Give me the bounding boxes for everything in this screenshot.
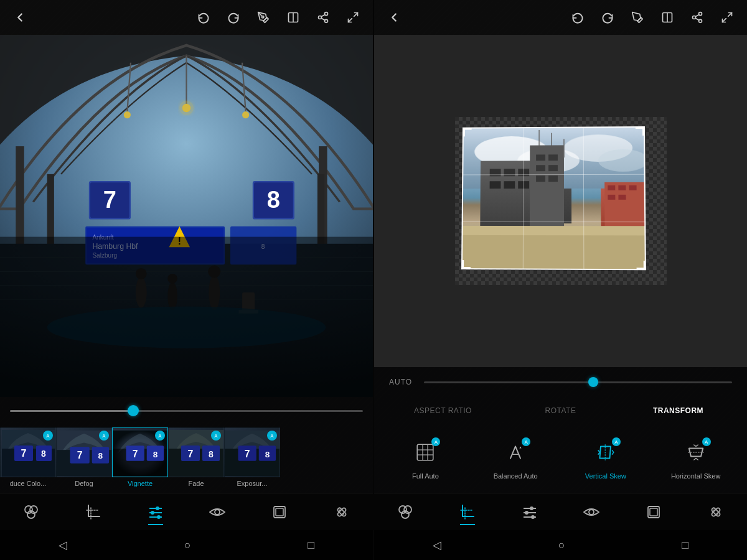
svg-point-92 (215, 510, 220, 515)
svg-line-8 (354, 13, 358, 17)
right-redo-button[interactable] (599, 9, 616, 26)
station-arch-svg: 7 8 Ankunft Hamburg Hbf Salzburg 8 ! (0, 35, 373, 397)
thumb-vignette-badge: A (155, 431, 165, 441)
transform-tool-balanced-auto[interactable]: A Balanced Auto (491, 437, 540, 480)
right-panel: AUTO ASPECT RATIO ROTATE TRANSFORM A Ful (374, 0, 747, 560)
building-photo (461, 126, 646, 270)
vertical-skew-label: Vertical Skew (585, 472, 626, 480)
svg-point-19 (124, 111, 131, 118)
svg-text:8: 8 (265, 450, 270, 459)
left-brush-button[interactable] (255, 9, 272, 26)
right-top-bar-left (385, 9, 403, 26)
left-tool-bandaid[interactable] (329, 502, 355, 523)
left-tool-crop[interactable] (80, 502, 106, 523)
thumb-fade[interactable]: 7 8 A Fade (168, 427, 224, 490)
right-share-button[interactable] (688, 9, 706, 26)
svg-point-51 (47, 307, 326, 348)
svg-rect-124 (548, 165, 558, 171)
right-tool-crop[interactable] (454, 502, 481, 523)
thumb-reduce-color[interactable]: 7 8 A duce Colo... (0, 427, 56, 490)
left-tool-eye[interactable] (204, 502, 230, 523)
svg-rect-123 (536, 165, 545, 171)
left-slider-thumb[interactable] (128, 405, 139, 416)
svg-text:8: 8 (98, 451, 103, 460)
left-fullscreen-button[interactable] (344, 9, 362, 26)
transform-image (461, 126, 646, 270)
svg-rect-135 (629, 185, 636, 190)
svg-rect-120 (529, 145, 563, 238)
svg-rect-117 (489, 181, 500, 189)
horizontal-skew-label: Horizontal Skew (671, 472, 720, 480)
svg-point-161 (717, 513, 718, 514)
left-thumbnail-strip: 7 8 A duce Colo... 7 8 A (0, 424, 373, 493)
right-tool-circles[interactable] (392, 502, 418, 523)
svg-text:7: 7 (245, 449, 250, 459)
svg-line-6 (321, 18, 325, 20)
svg-rect-121 (536, 154, 545, 161)
tab-aspect-ratio[interactable]: ASPECT RATIO (384, 401, 502, 420)
right-nav-home[interactable]: ○ (546, 534, 578, 557)
thumb-exposure[interactable]: 7 8 A Exposur... (224, 427, 280, 490)
thumb-vignette[interactable]: 7 8 A Vignette (112, 427, 168, 490)
left-nav-recents[interactable]: □ (295, 534, 327, 557)
svg-text:7: 7 (21, 448, 26, 459)
svg-rect-115 (504, 169, 515, 176)
tab-rotate[interactable]: ROTATE (502, 401, 619, 420)
right-tool-sliders[interactable] (517, 502, 543, 523)
left-compare-button[interactable] (284, 9, 302, 26)
svg-line-9 (349, 19, 352, 22)
tab-transform[interactable]: TRANSFORM (619, 401, 737, 420)
transform-tool-horizontal-skew[interactable]: A Horizontal Skew (671, 437, 721, 480)
left-redo-button[interactable] (225, 9, 242, 26)
left-nav-back[interactable]: ◁ (46, 533, 80, 557)
balanced-auto-icon: A (500, 437, 530, 467)
transform-tool-vertical-skew[interactable]: A Vertical Skew (581, 437, 631, 480)
left-tool-layers[interactable] (266, 502, 293, 523)
right-undo-button[interactable] (569, 9, 586, 26)
right-compare-button[interactable] (659, 9, 676, 26)
svg-point-152 (525, 511, 529, 515)
svg-line-106 (728, 13, 732, 17)
right-tabs-row: ASPECT RATIO ROTATE TRANSFORM (374, 397, 747, 424)
vertical-skew-badge: A (612, 437, 621, 446)
left-share-button[interactable] (314, 9, 332, 26)
thumb-fade-badge: A (211, 431, 221, 441)
right-back-button[interactable] (385, 9, 403, 26)
left-nav-home[interactable]: ○ (172, 534, 204, 557)
right-brush-button[interactable] (629, 9, 646, 26)
right-top-bar-right (569, 9, 736, 26)
transform-canvas (455, 117, 667, 285)
thumb-fade-label: Fade (168, 477, 224, 490)
right-fullscreen-button[interactable] (718, 9, 736, 26)
left-slider-track[interactable] (10, 410, 363, 412)
right-tool-eye[interactable] (578, 502, 604, 523)
svg-point-87 (156, 506, 159, 510)
thumb-defog[interactable]: 7 8 A Defog (56, 427, 112, 490)
svg-text:8: 8 (153, 450, 158, 459)
svg-rect-116 (518, 169, 529, 176)
right-tool-bandaid[interactable] (703, 502, 729, 523)
thumb-exposure-label: Exposur... (224, 477, 280, 490)
right-bottom-toolbar (374, 493, 747, 530)
left-back-button[interactable] (11, 9, 29, 26)
svg-text:8: 8 (41, 449, 46, 459)
auto-slider-track[interactable] (424, 381, 732, 383)
svg-point-0 (262, 16, 264, 18)
transform-tool-full-auto[interactable]: A Full Auto (400, 437, 450, 480)
left-undo-button[interactable] (195, 9, 212, 26)
horizontal-skew-badge: A (702, 437, 711, 446)
svg-line-104 (695, 18, 699, 20)
svg-point-21 (242, 111, 249, 118)
building-detail-svg (461, 126, 646, 270)
left-tool-sliders[interactable] (143, 502, 169, 523)
right-nav-back[interactable]: ◁ (420, 533, 454, 557)
balanced-auto-label: Balanced Auto (494, 472, 538, 480)
svg-point-98 (343, 513, 344, 514)
full-auto-label: Full Auto (412, 472, 439, 480)
right-tool-layers[interactable] (641, 502, 667, 523)
auto-slider-thumb[interactable] (588, 377, 598, 387)
left-tool-circles[interactable] (18, 502, 44, 523)
svg-text:7: 7 (103, 187, 116, 213)
svg-point-91 (157, 515, 161, 519)
right-nav-recents[interactable]: □ (669, 534, 701, 557)
